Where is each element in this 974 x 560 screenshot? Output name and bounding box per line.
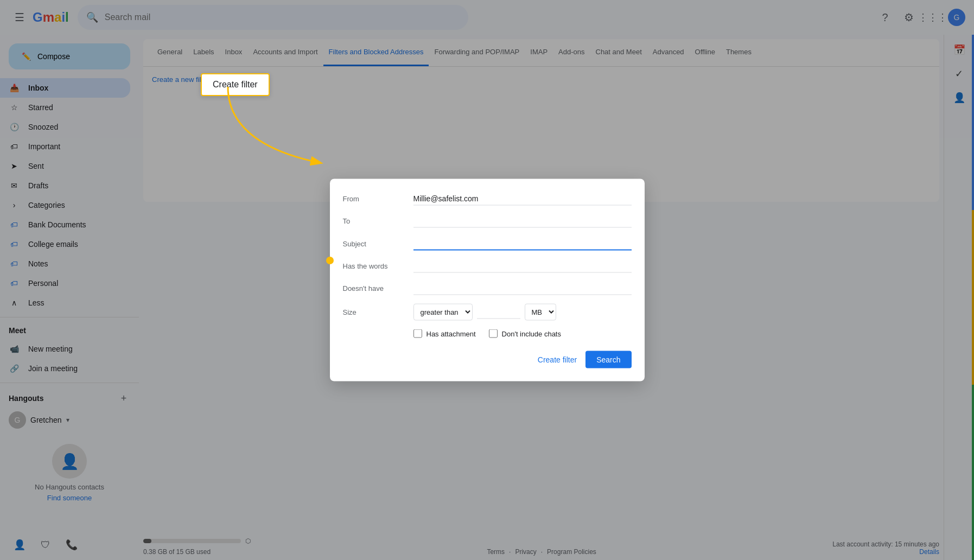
doesnt-have-input[interactable] (413, 282, 632, 295)
filter-dialog: From To Subject Has the words Doesn't ha… (330, 179, 645, 381)
dont-include-chats-checkbox-label[interactable]: Don't include chats (489, 329, 561, 338)
has-words-input[interactable] (413, 259, 632, 273)
subject-row: Subject (343, 237, 632, 251)
to-input[interactable] (413, 214, 632, 228)
size-row: Size greater than MB (343, 304, 632, 321)
has-attachment-checkbox-label[interactable]: Has attachment (413, 329, 476, 338)
has-words-row: Has the words (343, 259, 632, 273)
dialog-actions: Create filter Search (343, 351, 632, 368)
checkboxes-row: Has attachment Don't include chats (413, 329, 632, 338)
has-attachment-checkbox[interactable] (413, 329, 422, 338)
subject-label: Subject (343, 239, 413, 247)
size-unit-select[interactable]: MB (525, 304, 556, 321)
size-operator-select[interactable]: greater than (413, 304, 473, 321)
size-label: Size (343, 308, 413, 316)
has-words-label: Has the words (343, 262, 413, 270)
to-label: To (343, 217, 413, 225)
from-label: From (343, 195, 413, 203)
create-filter-button[interactable]: Create filter (538, 355, 577, 364)
subject-input[interactable] (413, 237, 632, 251)
doesnt-have-row: Doesn't have (343, 282, 632, 295)
to-row: To (343, 214, 632, 228)
doesnt-have-label: Doesn't have (343, 284, 413, 292)
search-button[interactable]: Search (585, 351, 631, 368)
from-input[interactable] (413, 192, 632, 206)
from-row: From (343, 192, 632, 206)
size-value-input[interactable] (477, 306, 520, 319)
dont-include-chats-checkbox[interactable] (489, 329, 498, 338)
